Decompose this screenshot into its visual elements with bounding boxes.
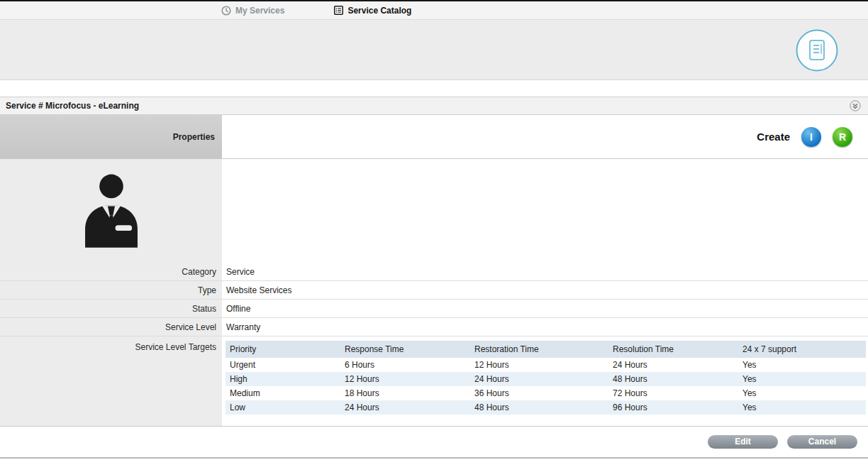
cell: 18 Hours [340,386,470,400]
cell: 12 Hours [470,358,608,372]
cell: 36 Hours [470,386,608,400]
cell: 24 Hours [608,358,738,372]
catalog-icon [334,6,343,15]
table-row: Low 24 Hours 48 Hours 96 Hours Yes [226,400,866,415]
field-label: Type [0,281,222,299]
table-row: Medium 18 Hours 36 Hours 72 Hours Yes [226,386,866,400]
tab-my-services[interactable]: My Services [221,6,284,16]
cell: Yes [738,358,866,372]
footer-actions: Edit Cancel [0,427,868,457]
empty-cell [222,159,868,263]
top-tab-bar: My Services Service Catalog [0,1,868,20]
field-value: Warranty [222,318,868,336]
cell: Yes [738,400,866,415]
cell: 96 Hours [608,400,738,415]
cell: Medium [226,386,340,400]
cell: 24 Hours [470,372,608,386]
field-row-category: Category Service [0,263,868,281]
service-details-panel: Properties Create I R [0,115,868,427]
collapse-chevron-icon[interactable] [850,100,861,111]
cell: 72 Hours [608,386,738,400]
field-row-type: Type Website Services [0,281,868,300]
create-label: Create [757,131,790,143]
tab-label: Service Catalog [347,6,411,16]
properties-label: Properties [173,132,215,142]
field-label: Service Level Targets [0,336,222,426]
table-row: High 12 Hours 24 Hours 48 Hours Yes [226,372,866,386]
field-row-status: Status Offline [0,300,868,318]
cell: 24 Hours [340,400,470,415]
service-title: Service # Microfocus - eLearning [6,101,139,111]
service-level-targets-row: Service Level Targets Priority Response … [0,336,868,426]
tab-service-catalog[interactable]: Service Catalog [334,6,411,16]
service-icon-cell [0,159,222,263]
clock-icon [221,6,231,16]
spacer [0,80,868,97]
service-title-bar: Service # Microfocus - eLearning [0,97,868,115]
edit-button[interactable]: Edit [708,435,778,449]
table-row: Urgent 6 Hours 12 Hours 24 Hours Yes [226,358,866,372]
column-header: Priority [226,341,340,358]
column-header: Restoration Time [470,341,608,358]
cell: Low [226,400,340,415]
field-value: Website Services [222,281,868,299]
cell: High [226,372,340,386]
properties-tab[interactable]: Properties [0,115,222,158]
create-request-button[interactable]: R [833,127,852,147]
bottom-divider [0,457,868,459]
cell: Yes [738,372,866,386]
field-label: Service Level [0,318,222,336]
cell: 48 Hours [470,400,608,415]
cancel-button[interactable]: Cancel [787,435,857,449]
cell: Urgent [226,358,340,372]
service-level-targets-table: Priority Response Time Restoration Time … [226,341,866,415]
banner [0,20,868,80]
column-header: Resolution Time [608,341,738,358]
column-header: Response Time [340,341,470,358]
create-area: Create I R [222,115,868,158]
service-catalog-badge-icon[interactable] [796,29,838,72]
field-value: Offline [222,300,868,317]
cell: 6 Hours [340,358,470,372]
service-person-icon [72,165,151,258]
slt-table-container: Priority Response Time Restoration Time … [222,336,868,426]
cell: 48 Hours [608,372,738,386]
service-icon-row [0,159,868,263]
cell: Yes [738,386,866,400]
create-incident-button[interactable]: I [801,127,821,147]
service-catalog-page: My Services Service Catalog Service # Mi… [0,0,868,460]
properties-header-row: Properties Create I R [0,115,868,159]
field-label: Category [0,263,222,280]
tab-label: My Services [235,6,284,16]
field-value: Service [222,263,868,280]
table-header-row: Priority Response Time Restoration Time … [226,341,866,358]
column-header: 24 x 7 support [738,341,866,358]
field-label: Status [0,300,222,317]
cell: 12 Hours [340,372,470,386]
field-row-service-level: Service Level Warranty [0,318,868,336]
